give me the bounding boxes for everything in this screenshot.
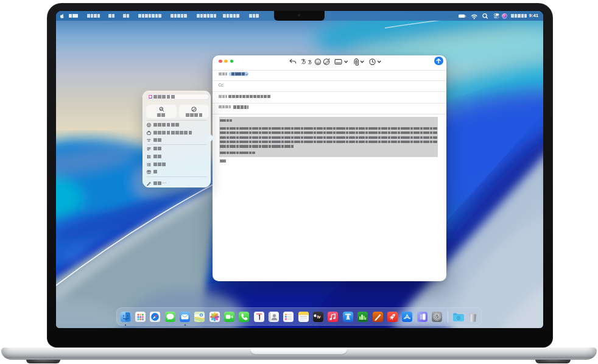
svg-text:tv: tv: [317, 315, 321, 319]
